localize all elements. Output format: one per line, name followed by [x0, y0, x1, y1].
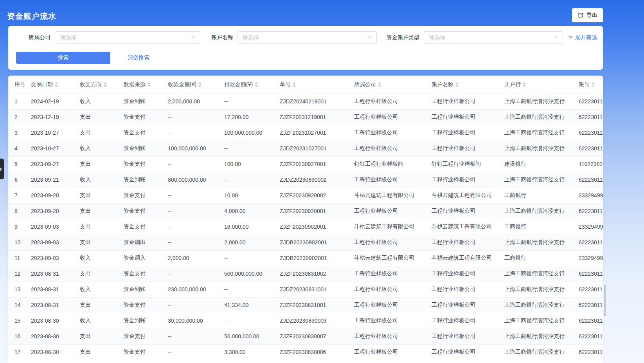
- table-header-row: 序号交易日期收支方向数据来源收款金额(¥)付款金额(¥)单号所属公司账户名称开户…: [8, 76, 603, 94]
- column-label: 收支方向: [80, 81, 102, 88]
- sort-carets-icon: [255, 82, 258, 87]
- table-row: 72023-09-20支出资金支付--10.00ZJZF20230920002斗…: [8, 188, 603, 203]
- column-header-order_no[interactable]: 单号: [273, 76, 348, 94]
- cell-date: 2023-08-30: [25, 344, 74, 360]
- chevron-down-icon: [367, 34, 372, 41]
- filter-group-2: 账户名称请选择: [211, 31, 377, 44]
- column-header-company[interactable]: 所属公司: [348, 76, 425, 94]
- cell-receipt: --: [162, 203, 218, 219]
- cell-account_no: 622230111: [572, 313, 603, 329]
- cell-no: 6: [8, 172, 25, 188]
- cell-receipt: 30,000,000.00: [162, 313, 218, 329]
- cell-payment: 100.00: [218, 156, 273, 172]
- cell-order_no: ZJDZ20231027001: [273, 141, 348, 156]
- column-header-account_name[interactable]: 账户名称: [425, 76, 498, 94]
- cell-no: 17: [8, 344, 25, 360]
- cell-no: 12: [8, 266, 25, 282]
- cell-source: 资金到账: [117, 94, 162, 109]
- cell-no: 2: [8, 109, 25, 125]
- cell-company: 钉钉工程行业样板间: [348, 156, 425, 172]
- export-button[interactable]: 导出: [572, 8, 603, 22]
- cell-receipt: --: [162, 156, 218, 172]
- cell-date: 2023-09-03: [25, 250, 74, 266]
- cell-date: 2023-10-27: [25, 125, 74, 141]
- cell-receipt: --: [162, 266, 218, 282]
- sort-carets-icon: [104, 82, 107, 87]
- column-header-bank[interactable]: 开户行: [498, 76, 572, 94]
- sort-carets-icon: [592, 82, 595, 87]
- cell-order_no: ZJZF20230920002: [273, 188, 348, 203]
- cell-payment: 100,000,000.00: [218, 125, 273, 141]
- column-header-account_no[interactable]: 账号: [572, 76, 603, 94]
- column-header-date[interactable]: 交易日期: [25, 76, 74, 94]
- column-header-source[interactable]: 数据来源: [117, 76, 162, 94]
- clear-search-link[interactable]: 清空搜索: [128, 54, 149, 61]
- cell-date: 2023-12-19: [25, 109, 74, 125]
- export-label: 导出: [586, 12, 597, 19]
- column-label: 开户行: [504, 81, 521, 88]
- cell-payment: --: [218, 313, 273, 329]
- cell-source: 资金到账: [117, 141, 162, 156]
- table-row: 12024-02-19收入资金到账2,000,000.00--ZJDZ20240…: [8, 94, 603, 109]
- cell-company: 工程行业样板公司: [348, 235, 425, 250]
- filter-select[interactable]: 请选择: [237, 31, 377, 44]
- filter-select[interactable]: 请选择: [424, 31, 563, 44]
- expand-filter-link[interactable]: 展开筛选: [568, 34, 597, 41]
- cell-receipt: --: [162, 125, 218, 141]
- cell-bank: 上海工商银行漕河泾支行: [498, 313, 572, 329]
- cell-date: 2024-02-19: [25, 94, 74, 109]
- column-header-direction[interactable]: 收支方向: [74, 76, 117, 94]
- cell-order_no: ZJDB20230902001: [273, 250, 348, 266]
- table-row: 122023-08-31支出资金支付--500,000,000.00ZJZF20…: [8, 266, 603, 282]
- cell-direction: 支出: [74, 266, 117, 282]
- transactions-table: 序号交易日期收支方向数据来源收款金额(¥)付款金额(¥)单号所属公司账户名称开户…: [8, 76, 603, 360]
- cell-date: 2023-08-31: [25, 282, 74, 297]
- cell-source: 资金支付: [117, 266, 162, 282]
- cell-order_no: ZJZF20230902001: [273, 219, 348, 235]
- sidebar-collapse-tab[interactable]: [0, 159, 4, 179]
- cell-account_name: 工程行业样板公司: [425, 266, 498, 282]
- table-row: 162023-08-30支出资金支付--50,000,000.00ZJZF202…: [8, 329, 603, 344]
- cell-source: 资金调出: [117, 235, 162, 250]
- cell-date: 2023-09-03: [25, 235, 74, 250]
- cell-account_no: 110223823: [572, 156, 603, 172]
- table-row: 142023-08-31支出资金支付--41,334.00ZJZF2023083…: [8, 297, 603, 313]
- cell-company: 斗栱云建筑工程有限公司: [348, 219, 425, 235]
- filter-panel: 所属公司请选择账户名称请选择资金账户类型请选择 展开筛选 搜索 清空搜索: [8, 26, 603, 70]
- cell-date: 2023-09-03: [25, 219, 74, 235]
- cell-source: 资金到账: [117, 282, 162, 297]
- cell-direction: 收入: [74, 94, 117, 109]
- select-placeholder: 请选择: [429, 34, 445, 41]
- cell-source: 资金支付: [117, 219, 162, 235]
- search-button[interactable]: 搜索: [16, 52, 110, 64]
- table-row: 112023-09-03收入资金调入2,000.00--ZJDB20230902…: [8, 250, 603, 266]
- cell-account_name: 斗栱云建筑工程有限公司: [425, 188, 498, 203]
- column-label: 交易日期: [31, 81, 53, 88]
- cell-account_name: 工程行业样板公司: [425, 109, 498, 125]
- transactions-table-card: 序号交易日期收支方向数据来源收款金额(¥)付款金额(¥)单号所属公司账户名称开户…: [8, 76, 603, 363]
- column-header-payment[interactable]: 付款金额(¥): [218, 76, 273, 94]
- cell-account_name: 斗栱云建筑工程有限公司: [425, 250, 498, 266]
- filter-label: 资金账户类型: [387, 34, 419, 41]
- cell-company: 工程行业样板公司: [348, 329, 425, 344]
- cell-account_no: 622230111: [572, 282, 603, 297]
- cell-order_no: ZJDZ20240219001: [273, 94, 348, 109]
- cell-account_name: 斗栱云建筑工程有限公司: [425, 219, 498, 235]
- cell-bank: 上海工商银行漕河泾支行: [498, 235, 572, 250]
- cell-receipt: --: [162, 219, 218, 235]
- vertical-scrollbar[interactable]: [604, 285, 606, 316]
- column-header-receipt[interactable]: 收款金额(¥): [162, 76, 218, 94]
- table-row: 62023-09-21收入资金到账800,000,000.00--ZJDZ202…: [8, 172, 603, 188]
- cell-source: 资金调入: [117, 250, 162, 266]
- cell-no: 16: [8, 329, 25, 344]
- cell-order_no: ZJZF20231027001: [273, 125, 348, 141]
- cell-account_no: 622230111: [572, 141, 603, 156]
- cell-payment: --: [218, 250, 273, 266]
- cell-source: 资金支付: [117, 188, 162, 203]
- cell-source: 资金支付: [117, 203, 162, 219]
- cell-bank: 工商银行: [498, 188, 572, 203]
- sort-carets-icon: [455, 82, 459, 87]
- cell-date: 2023-09-20: [25, 188, 74, 203]
- cell-receipt: --: [162, 235, 218, 250]
- filter-select[interactable]: 请选择: [55, 31, 201, 44]
